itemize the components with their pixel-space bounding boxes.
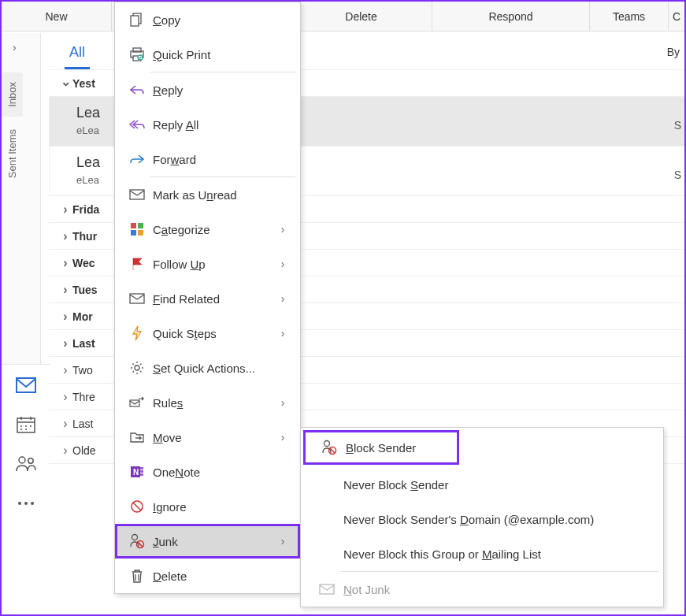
ribbon-group-delete[interactable]: Delete xyxy=(291,2,432,31)
ctx-label: Never Block Sender xyxy=(339,478,652,492)
forward-icon xyxy=(126,154,148,165)
chevron-right-icon xyxy=(58,443,72,458)
ctx-ignore[interactable]: Ignore xyxy=(115,489,300,524)
ctx-quick-steps[interactable]: Quick Steps › xyxy=(115,316,300,351)
chevron-right-icon xyxy=(58,390,72,404)
ctx-mark-unread[interactable]: Mark as Unread xyxy=(115,177,300,212)
svg-rect-23 xyxy=(131,223,136,228)
ctx-junk[interactable]: Junk › xyxy=(115,524,300,558)
chevron-down-icon xyxy=(58,76,72,91)
chevron-right-icon xyxy=(58,310,72,324)
chevron-right-icon xyxy=(58,417,72,431)
svg-text:N: N xyxy=(133,468,139,477)
svg-rect-33 xyxy=(140,470,143,473)
svg-point-28 xyxy=(135,366,139,370)
expand-rail-icon[interactable]: › xyxy=(13,41,17,54)
group-label: Thur xyxy=(72,230,97,243)
ctx-never-block-group[interactable]: Never Block this Group or Mailing List xyxy=(301,536,663,571)
chevron-right-icon xyxy=(58,283,72,297)
svg-point-9 xyxy=(20,429,22,430)
lightning-icon xyxy=(126,325,148,341)
ctx-copy[interactable]: CCopyopy xyxy=(115,2,300,37)
ctx-label: Find Related xyxy=(148,292,276,306)
ctx-never-block-domain[interactable]: Never Block Sender's Domain (@example.co… xyxy=(301,502,663,536)
ctx-label: Delete xyxy=(148,570,289,583)
ctx-label: Mark as Unread xyxy=(148,188,289,202)
mail-icon[interactable] xyxy=(15,376,37,395)
svg-point-6 xyxy=(20,425,22,427)
chevron-right-icon xyxy=(58,256,72,270)
junk-icon xyxy=(126,533,148,549)
flag-icon xyxy=(126,257,148,271)
chevron-right-icon: › xyxy=(276,292,289,305)
ribbon-group-new[interactable]: New xyxy=(2,2,112,31)
calendar-icon[interactable] xyxy=(15,415,37,434)
ctx-not-junk: Not Junk xyxy=(301,572,663,607)
ctx-delete[interactable]: Delete xyxy=(115,558,300,593)
group-label: Last xyxy=(72,337,95,350)
chevron-right-icon: › xyxy=(276,223,289,236)
ctx-reply-all[interactable]: Reply All xyxy=(115,107,300,142)
move-icon xyxy=(126,430,148,444)
block-sender-icon xyxy=(317,440,341,455)
ctx-label: Forward xyxy=(148,153,289,166)
printer-icon xyxy=(126,47,148,61)
group-label: Thre xyxy=(72,391,95,403)
ctx-label: Not Junk xyxy=(339,583,652,596)
svg-rect-25 xyxy=(131,230,136,236)
svg-line-36 xyxy=(133,503,141,510)
svg-rect-29 xyxy=(130,400,139,406)
ctx-forward[interactable]: Forward xyxy=(115,142,300,176)
tab-all[interactable]: All xyxy=(65,38,90,69)
ctx-label: Categorize xyxy=(148,223,276,236)
group-label: Frida xyxy=(72,203,99,216)
ctx-move[interactable]: Move › xyxy=(115,420,300,455)
envelope-icon xyxy=(315,584,339,595)
chevron-right-icon: › xyxy=(276,258,289,270)
svg-point-8 xyxy=(30,425,32,427)
gear-icon xyxy=(126,361,148,375)
more-icon[interactable] xyxy=(15,494,37,513)
envelope-icon xyxy=(126,189,148,200)
svg-point-37 xyxy=(132,535,138,540)
group-label: Wec xyxy=(72,257,95,269)
vtab-sent-items[interactable]: Sent Items xyxy=(2,120,23,187)
ignore-icon xyxy=(126,499,148,514)
ctx-label: Quick Steps xyxy=(148,327,276,340)
group-label: Two xyxy=(72,364,93,377)
message-side: S xyxy=(674,119,681,132)
chevron-right-icon: › xyxy=(276,535,289,547)
ctx-find-related[interactable]: Find Related › xyxy=(115,281,300,316)
ctx-label: Follow Up xyxy=(148,258,276,271)
ctx-follow-up[interactable]: Follow Up › xyxy=(115,247,300,281)
ctx-quick-print[interactable]: Quick Print xyxy=(115,37,300,72)
svg-rect-34 xyxy=(140,473,143,476)
ribbon-bar: New Delete Respond Teams C xyxy=(2,2,684,32)
chevron-right-icon: › xyxy=(276,431,289,443)
ctx-never-block-sender[interactable]: Never Block Sender xyxy=(301,467,663,502)
ctx-reply[interactable]: Reply xyxy=(115,72,300,107)
group-label: Mor xyxy=(72,310,93,323)
sort-by-label[interactable]: By xyxy=(667,46,680,58)
ctx-label: Quick Print xyxy=(148,48,289,61)
trash-icon xyxy=(126,569,148,583)
ribbon-group-teams[interactable]: Teams xyxy=(590,2,669,31)
vtab-inbox[interactable]: Inbox xyxy=(2,72,23,117)
rules-icon xyxy=(126,395,148,410)
ctx-label: Junk xyxy=(148,535,276,548)
junk-submenu: Block Sender Never Block Sender Never Bl… xyxy=(300,427,664,607)
ctx-rules[interactable]: Rules › xyxy=(115,385,300,420)
svg-rect-24 xyxy=(138,223,143,228)
svg-rect-26 xyxy=(138,230,143,236)
ctx-categorize[interactable]: Categorize › xyxy=(115,212,300,247)
svg-point-15 xyxy=(31,502,34,505)
people-icon[interactable] xyxy=(15,455,37,473)
ctx-block-sender[interactable]: Block Sender xyxy=(303,430,459,465)
ctx-onenote[interactable]: N OneNote xyxy=(115,455,300,489)
chevron-right-icon: › xyxy=(276,396,289,409)
svg-point-10 xyxy=(25,429,27,430)
ribbon-group-respond[interactable]: Respond xyxy=(432,2,590,31)
ctx-label: OneNote xyxy=(148,466,289,479)
ctx-set-quick-actions[interactable]: Set Quick Actions... xyxy=(115,351,300,385)
group-label: Last xyxy=(72,417,93,430)
